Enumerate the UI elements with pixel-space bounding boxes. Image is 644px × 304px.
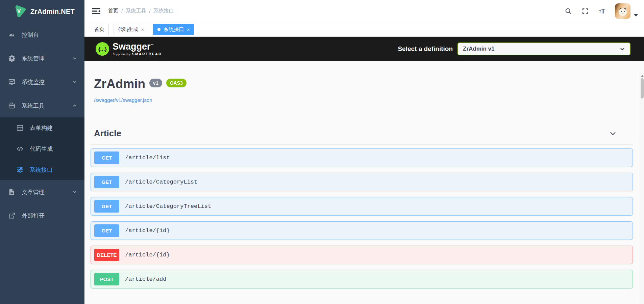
chevron-down-icon[interactable]: [609, 129, 617, 137]
close-icon[interactable]: ×: [141, 27, 144, 32]
scrollbar-thumb[interactable]: [641, 78, 644, 99]
avatar[interactable]: [615, 3, 630, 19]
swagger-logo: {…} Swagger™ Supported bySMARTBEAR: [96, 42, 162, 56]
swagger-supported-by: Supported bySMARTBEAR: [113, 52, 162, 56]
chevron-down-icon: [72, 56, 77, 61]
method-badge: GET: [94, 200, 119, 213]
tags-view: 首页 代码生成 × 系统接口 ×: [84, 22, 644, 37]
main-area: 首页 / 系统工具 / 系统接口 тT: [84, 0, 644, 304]
selected-definition: ZrAdmin v1: [463, 46, 495, 52]
method-badge: DELETE: [94, 249, 119, 261]
tab-label: 代码生成: [118, 26, 138, 33]
chevron-up-icon: [72, 103, 77, 108]
sidebar-item-article-admin[interactable]: 文章管理: [0, 180, 84, 204]
font-size-icon[interactable]: тT: [598, 7, 606, 15]
active-tab-dot: [157, 28, 160, 31]
monitor-icon: [8, 78, 16, 86]
definition-select[interactable]: ZrAdmin v1: [457, 43, 630, 55]
scrollbar-up-arrow-icon[interactable]: [641, 75, 644, 77]
scrollbar[interactable]: [640, 74, 644, 304]
section-divider: [91, 144, 633, 144]
endpoint-row[interactable]: DELETE /article/{id}: [91, 246, 633, 264]
sidebar: V ZrAdmin.NET 控制台 系统管理: [0, 0, 84, 304]
endpoint-path: /article/add: [125, 276, 166, 282]
breadcrumb: 首页 / 系统工具 / 系统接口: [108, 8, 174, 14]
brand-logo-icon: V: [14, 5, 26, 18]
breadcrumb-system-api: 系统接口: [153, 8, 174, 14]
sidebar-item-label: 控制台: [22, 31, 39, 39]
endpoint-row[interactable]: GET /article/CategoryList: [91, 173, 633, 191]
top-navbar: 首页 / 系统工具 / 系统接口 тT: [84, 0, 644, 22]
sidebar-item-form-builder[interactable]: 表单构建: [0, 117, 84, 138]
tab-code-generator[interactable]: 代码生成 ×: [114, 24, 148, 35]
swagger-wordmark: Swagger™: [113, 42, 154, 52]
app-logo[interactable]: V ZrAdmin.NET: [0, 0, 84, 23]
endpoint-path: /article/CategoryList: [125, 179, 197, 185]
fullscreen-icon[interactable]: [581, 7, 589, 15]
breadcrumb-separator: /: [121, 8, 123, 14]
breadcrumb-home[interactable]: 首页: [108, 8, 118, 14]
tab-label: 系统接口: [164, 26, 184, 33]
method-badge: GET: [94, 224, 119, 237]
swagger-body: ZrAdmin v1 OAS3 /swagger/v1/swagger.json…: [84, 77, 644, 288]
tab-system-api[interactable]: 系统接口 ×: [153, 24, 194, 35]
sidebar-collapse-icon[interactable]: [92, 7, 101, 15]
endpoint-row[interactable]: GET /article/{id}: [91, 221, 633, 240]
sidebar-item-code-generator[interactable]: 代码生成: [0, 138, 84, 159]
breadcrumb-separator: /: [149, 8, 150, 14]
sidebar-item-label: 文章管理: [22, 188, 45, 196]
api-tag-section: Article GET /article/list GET /article/C…: [91, 128, 633, 288]
section-header-article[interactable]: Article: [94, 128, 633, 139]
svg-text:V: V: [17, 8, 21, 14]
method-badge: POST: [94, 273, 119, 285]
sidebar-item-label: 系统接口: [30, 166, 53, 174]
endpoint-path: /article/{id}: [125, 227, 170, 234]
endpoint-path: /article/{id}: [125, 252, 170, 258]
sidebar-item-system-api[interactable]: 系统接口: [0, 159, 84, 180]
endpoint-row[interactable]: GET /article/CategoryTreeList: [91, 197, 633, 216]
code-icon: [16, 145, 24, 153]
endpoint-row[interactable]: POST /article/add: [91, 270, 633, 288]
definition-selector: Select a definition ZrAdmin v1: [398, 43, 630, 55]
sidebar-item-system-admin[interactable]: 系统管理: [0, 47, 84, 70]
breadcrumb-system-tools: 系统工具: [126, 8, 146, 14]
user-menu-caret-icon[interactable]: [634, 14, 638, 17]
swagger-logo-icon: {…}: [96, 42, 109, 56]
smartbear-label: SMARTBEAR: [132, 52, 162, 56]
toolbox-icon: [8, 102, 16, 109]
sidebar-item-open-external[interactable]: 外部打开: [0, 204, 84, 227]
sidebar-item-label: 系统管理: [22, 55, 45, 62]
endpoint-path: /article/CategoryTreeList: [125, 203, 211, 210]
chevron-down-icon: [72, 190, 77, 194]
api-title: ZrAdmin: [94, 77, 145, 91]
oas3-badge: OAS3: [166, 79, 187, 87]
table-icon: [16, 124, 24, 132]
close-icon[interactable]: ×: [187, 27, 190, 32]
sidebar-item-label: 系统监控: [22, 78, 45, 86]
sidebar-item-label: 系统工具: [22, 102, 45, 110]
gear-icon: [8, 55, 16, 62]
sidebar-item-label: 表单构建: [30, 124, 53, 132]
tab-home[interactable]: 首页: [90, 24, 109, 35]
swagger-page: {…} Swagger™ Supported bySMARTBEAR Selec…: [84, 37, 644, 304]
method-badge: GET: [94, 176, 119, 188]
sidebar-item-dashboard[interactable]: 控制台: [0, 23, 84, 47]
spec-json-link[interactable]: /swagger/v1/swagger.json: [94, 97, 152, 103]
chevron-down-icon: [620, 46, 625, 52]
search-icon[interactable]: [564, 7, 572, 15]
sidebar-item-system-tools[interactable]: 系统工具: [0, 94, 84, 117]
endpoint-row[interactable]: GET /article/list: [91, 148, 633, 167]
section-title: Article: [94, 128, 121, 139]
sidebar-item-label: 代码生成: [30, 145, 53, 153]
sidebar-submenu-system-tools: 表单构建 代码生成 系统接口: [0, 117, 84, 180]
select-definition-label: Select a definition: [398, 45, 453, 53]
api-info: ZrAdmin v1 OAS3 /swagger/v1/swagger.json: [94, 77, 633, 103]
sidebar-item-system-monitor[interactable]: 系统监控: [0, 70, 84, 94]
sliders-icon: [16, 166, 24, 173]
version-badge: v1: [149, 79, 162, 87]
swagger-topbar: {…} Swagger™ Supported bySMARTBEAR Selec…: [84, 37, 644, 61]
tab-label: 首页: [94, 26, 104, 33]
dashboard-icon: [8, 31, 16, 38]
sidebar-menu: 控制台 系统管理 系统监控: [0, 23, 84, 227]
method-badge: GET: [94, 151, 119, 164]
